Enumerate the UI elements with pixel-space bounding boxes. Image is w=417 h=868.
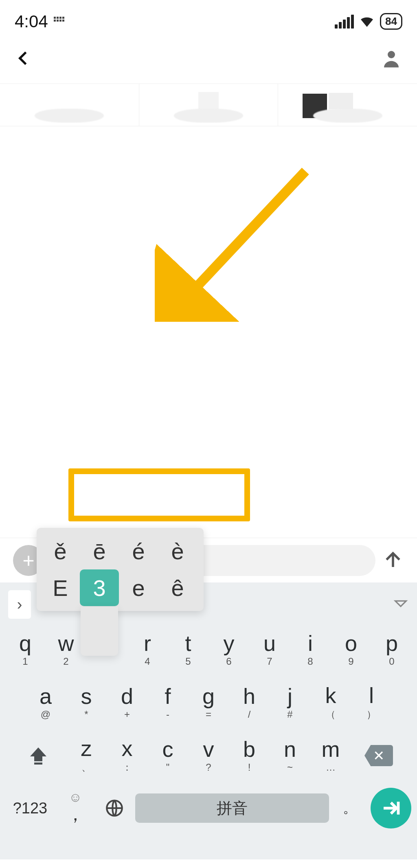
key-u[interactable]: u7 [250, 624, 289, 675]
enter-key[interactable] [371, 788, 411, 828]
wifi-icon [359, 13, 375, 31]
accent-option[interactable]: ě [41, 533, 80, 569]
accent-option[interactable]: é [119, 533, 158, 569]
profile-icon[interactable] [380, 47, 402, 71]
language-key[interactable] [96, 798, 133, 818]
key-m[interactable]: m… [312, 730, 350, 781]
accent-option[interactable]: e [119, 569, 158, 606]
svg-line-1 [179, 171, 305, 305]
soft-keyboard: ě ē é è E 3 e ê › q1w2e3r4t5y6u7i8o9p0 a… [0, 582, 417, 859]
scroll-up-button[interactable] [382, 549, 404, 572]
key-v[interactable]: v? [189, 730, 228, 781]
period-key[interactable]: 。 [331, 799, 368, 817]
key-k[interactable]: k（ [312, 677, 350, 728]
key-o[interactable]: o9 [332, 624, 370, 675]
tab-2[interactable] [139, 84, 279, 126]
status-time: 4:04 [15, 12, 48, 31]
shift-key[interactable] [14, 730, 63, 781]
key-t[interactable]: t5 [169, 624, 207, 675]
accent-option[interactable]: ê [158, 569, 197, 606]
annotation-arrow-icon [155, 159, 318, 322]
key-w[interactable]: w2 [47, 624, 85, 675]
battery-indicator: 84 [380, 13, 402, 30]
key-d[interactable]: d+ [108, 677, 146, 728]
keyboard-indicator-icon [54, 17, 64, 22]
tab-1[interactable] [0, 84, 139, 126]
key-j[interactable]: j# [271, 677, 309, 728]
accent-option[interactable]: ē [80, 533, 119, 569]
key-p[interactable]: p0 [373, 624, 411, 675]
signal-icon [335, 15, 354, 29]
system-nav-bar [0, 859, 417, 868]
svg-point-0 [388, 51, 395, 58]
key-q[interactable]: q1 [6, 624, 44, 675]
tab-3[interactable] [278, 84, 417, 126]
key-g[interactable]: g= [189, 677, 228, 728]
comma-key[interactable]: ☺ ， [57, 790, 94, 826]
key-l[interactable]: l） [352, 677, 391, 728]
accent-option[interactable]: E [41, 569, 80, 606]
accent-option[interactable]: è [158, 533, 197, 569]
keyboard-expand-button[interactable]: › [8, 590, 31, 619]
key-n[interactable]: n~ [271, 730, 309, 781]
tab-row [0, 84, 417, 126]
key-y[interactable]: y6 [210, 624, 248, 675]
svg-rect-2 [34, 763, 42, 765]
key-i[interactable]: i8 [291, 624, 329, 675]
accent-option-selected[interactable]: 3 [80, 569, 119, 606]
back-button[interactable] [15, 49, 33, 69]
keyboard-collapse-icon[interactable] [393, 596, 409, 613]
symbols-key[interactable]: ?123 [6, 800, 55, 817]
key-z[interactable]: z、 [67, 730, 105, 781]
key-h[interactable]: h/ [230, 677, 268, 728]
key-f[interactable]: f- [149, 677, 187, 728]
key-c[interactable]: c" [149, 730, 187, 781]
key-a[interactable]: a@ [26, 677, 65, 728]
key-s[interactable]: s* [67, 677, 105, 728]
backspace-key[interactable]: ✕ [354, 730, 403, 781]
key-r[interactable]: r4 [128, 624, 167, 675]
key-x[interactable]: x： [108, 730, 146, 781]
status-bar: 4:04 84 [0, 0, 417, 39]
content-area [0, 126, 417, 538]
app-header [0, 39, 417, 84]
accent-popup: ě ē é è E 3 e ê [37, 528, 204, 611]
space-key[interactable]: 拼音 [135, 793, 329, 823]
key-b[interactable]: b! [230, 730, 268, 781]
